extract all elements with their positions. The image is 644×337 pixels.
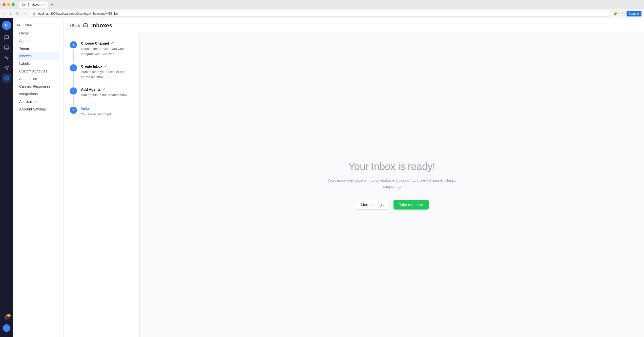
main-content: ‹ Back Inboxes 1 Choose Channel xyxy=(64,18,644,337)
nav-item-agents[interactable]: Agents xyxy=(17,37,59,45)
minimize-dot[interactable] xyxy=(7,3,10,6)
browser-tab[interactable]: 💬 Chatwoot ✕ xyxy=(19,2,48,8)
nav-item-canned-responses[interactable]: Canned Responses xyxy=(17,83,59,90)
step-1-circle: 1 xyxy=(70,41,77,48)
browser-chrome: 💬 Chatwoot ✕ + ‹ › ↻ ⌂ 🔒 localhost:3000/… xyxy=(0,0,644,18)
lock-icon: 🔒 xyxy=(32,12,36,15)
sidebar-icon-conversations[interactable] xyxy=(2,33,11,42)
success-title: Your Inbox is ready! xyxy=(326,161,458,172)
url-text: localhost:3000/app/accounts/1/settings/i… xyxy=(37,12,118,15)
step-1-title-text: Choose Channel xyxy=(81,41,109,45)
step-3-content: Add Agents ✓ Add agents to the created i… xyxy=(81,87,128,107)
step-4-circle: 4 xyxy=(70,107,77,114)
app-logo[interactable]: C xyxy=(2,21,11,30)
menu-button[interactable]: ⋮ xyxy=(620,11,626,16)
step-3: 3 Add Agents ✓ Add agents to the created… xyxy=(70,87,133,107)
nav-item-applications[interactable]: Applications xyxy=(17,98,59,105)
step-1-desc: Choose the provider you want to integrat… xyxy=(81,46,133,56)
back-link[interactable]: ‹ Back xyxy=(70,23,80,28)
step-2-content: Create Inbox ✓ Authenticate your account… xyxy=(81,64,133,87)
notification-badge: 1 xyxy=(7,314,11,317)
step-2-title-text: Create Inbox xyxy=(81,64,102,68)
browser-actions: 🧩 ⋮ Update xyxy=(613,11,641,16)
back-button[interactable]: ‹ xyxy=(3,11,7,16)
take-me-there-button[interactable]: Take me there xyxy=(393,200,429,210)
extensions-button[interactable]: 🧩 xyxy=(613,11,619,16)
icon-sidebar-top: C xyxy=(2,21,11,312)
user-avatar[interactable]: J xyxy=(3,324,10,332)
step-3-check-icon: ✓ xyxy=(102,87,105,91)
content-area: 1 Choose Channel ✓ Choose the provider y… xyxy=(64,33,644,337)
maximize-dot[interactable] xyxy=(12,3,15,6)
sidebar-icon-contacts[interactable] xyxy=(2,43,11,52)
tab-favicon: 💬 xyxy=(22,3,26,6)
forward-button[interactable]: › xyxy=(8,11,13,16)
settings-sidebar: SETTINGS Home Agents Teams Inboxes Label… xyxy=(13,18,64,337)
more-settings-button[interactable]: More settings xyxy=(355,200,389,210)
step-4-desc: You are all set to go! xyxy=(81,112,111,117)
nav-item-account-settings[interactable]: Account Settings xyxy=(17,105,59,113)
step-3-title: Add Agents ✓ xyxy=(81,87,128,91)
address-bar[interactable]: 🔒 localhost:3000/app/accounts/1/settings… xyxy=(29,11,611,17)
step-4-content: Voila! You are all set to go! xyxy=(81,107,111,125)
browser-nav: ‹ › ↻ ⌂ 🔒 localhost:3000/app/accounts/1/… xyxy=(0,9,644,18)
step-3-circle: 3 xyxy=(70,87,77,95)
sidebar-icon-reports[interactable] xyxy=(2,53,11,62)
step-2-left: 2 xyxy=(70,64,77,87)
step-3-left: 3 xyxy=(70,87,77,107)
browser-titlebar: 💬 Chatwoot ✕ + xyxy=(0,0,644,9)
settings-nav: Home Agents Teams Inboxes Labels Custom … xyxy=(17,29,59,113)
step-2: 2 Create Inbox ✓ Authenticate your accou… xyxy=(70,64,133,87)
nav-item-automation[interactable]: Automation xyxy=(17,75,59,83)
step-4-title: Voila! xyxy=(81,107,111,111)
step-1-content: Choose Channel ✓ Choose the provider you… xyxy=(81,41,133,64)
nav-item-custom-attributes[interactable]: Custom Attributes xyxy=(17,67,59,75)
svg-rect-0 xyxy=(4,46,9,49)
step-2-title: Create Inbox ✓ xyxy=(81,64,133,68)
step-3-line xyxy=(73,96,74,106)
success-subtitle: You can now engage with your customers t… xyxy=(326,177,458,190)
step-1-left: 1 xyxy=(70,41,77,64)
nav-item-home[interactable]: Home xyxy=(17,29,59,37)
step-1-check-icon: ✓ xyxy=(110,41,113,45)
success-actions: More settings Take me there xyxy=(326,200,458,210)
back-label: Back xyxy=(72,24,80,28)
reload-button[interactable]: ↻ xyxy=(14,11,21,17)
close-dot[interactable] xyxy=(3,3,6,6)
nav-item-labels[interactable]: Labels xyxy=(17,60,59,67)
step-1-line xyxy=(73,49,74,63)
browser-dots xyxy=(3,3,15,6)
step-2-check-icon: ✓ xyxy=(104,64,107,68)
tab-title: Chatwoot xyxy=(28,3,40,6)
icon-sidebar: C 1 J xyxy=(0,18,13,337)
icon-sidebar-bottom: 1 J xyxy=(2,313,11,334)
sidebar-icon-campaigns[interactable] xyxy=(2,63,11,72)
nav-item-teams[interactable]: Teams xyxy=(17,45,59,52)
step-3-title-text: Add Agents xyxy=(81,87,101,91)
step-2-desc: Authenticate your account and create an … xyxy=(81,69,133,79)
nav-item-integrations[interactable]: Integrations xyxy=(17,90,59,98)
svg-point-3 xyxy=(6,78,7,79)
step-4: 4 Voila! You are all set to go! xyxy=(70,107,133,125)
app-container: C 1 J SETTING xyxy=(0,18,644,337)
nav-item-inboxes[interactable]: Inboxes xyxy=(17,52,59,60)
step-2-line xyxy=(73,72,74,86)
step-4-title-text: Voila! xyxy=(81,107,90,111)
tab-close-icon[interactable]: ✕ xyxy=(43,3,45,6)
step-1-title: Choose Channel ✓ xyxy=(81,41,133,45)
success-panel: Your Inbox is ready! You can now engage … xyxy=(140,33,644,337)
back-arrow-icon: ‹ xyxy=(70,23,71,28)
steps-panel: 1 Choose Channel ✓ Choose the provider y… xyxy=(64,33,140,337)
step-2-circle: 2 xyxy=(70,64,77,71)
step-3-desc: Add agents to the created inbox. xyxy=(81,92,128,98)
page-title: Inboxes xyxy=(91,22,112,29)
settings-sidebar-title: SETTINGS xyxy=(17,23,59,26)
inbox-icon xyxy=(83,23,88,29)
sidebar-icon-notifications[interactable]: 1 xyxy=(2,313,11,322)
home-button[interactable]: ⌂ xyxy=(22,11,28,16)
success-content: Your Inbox is ready! You can now engage … xyxy=(316,151,468,220)
update-button[interactable]: Update xyxy=(627,11,641,16)
step-4-left: 4 xyxy=(70,107,77,125)
new-tab-icon[interactable]: + xyxy=(51,2,53,7)
sidebar-icon-settings[interactable] xyxy=(2,73,11,83)
